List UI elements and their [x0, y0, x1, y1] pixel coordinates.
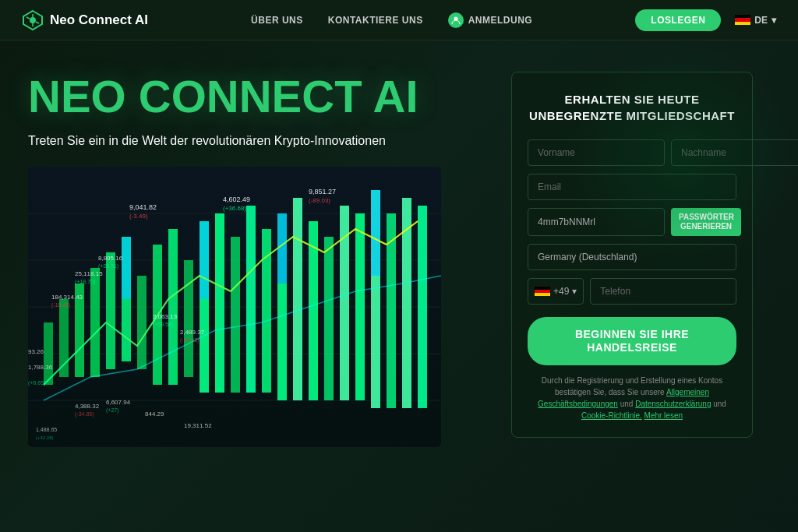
- svg-rect-19: [137, 276, 147, 369]
- svg-text:(+42.28): (+42.28): [36, 435, 54, 440]
- svg-text:(+59.54): (+59.54): [153, 322, 173, 328]
- nav-kontaktiere-uns[interactable]: KONTAKTIERE UNS: [328, 15, 423, 26]
- legal-text: Durch die Registrierung und Erstellung e…: [528, 375, 736, 421]
- svg-text:8,805.16: 8,805.16: [98, 255, 123, 262]
- svg-rect-17: [106, 252, 115, 369]
- email-input[interactable]: [528, 174, 736, 200]
- svg-text:1,788.36: 1,788.36: [28, 364, 53, 371]
- svg-rect-26: [246, 206, 256, 393]
- signup-section: ERHALTEN SIE HEUTE UNBEGRENZTE MITGLIEDS…: [511, 72, 753, 509]
- password-row: PASSWÖRTER GENERIEREN: [528, 208, 736, 236]
- svg-line-5: [36, 22, 39, 23]
- svg-text:4,602.49: 4,602.49: [223, 196, 250, 203]
- start-trading-button[interactable]: BEGINNEN SIE IHRE HANDELSREISE: [528, 317, 736, 365]
- hero-subtitle: Treten Sie ein in die Welt der revolutio…: [28, 134, 480, 148]
- svg-text:93.26: 93.26: [28, 348, 44, 355]
- svg-text:(+27): (+27): [106, 407, 119, 414]
- chevron-down-icon: ▾: [772, 15, 776, 26]
- svg-line-4: [26, 17, 30, 19]
- nav-anmeldung[interactable]: ANMELDUNG: [448, 12, 533, 28]
- svg-text:(-3.49): (-3.49): [129, 213, 148, 220]
- svg-text:6,607.94: 6,607.94: [106, 399, 131, 406]
- nav-right: LOSLEGEN DE ▾: [635, 9, 776, 31]
- svg-text:(-10.49): (-10.49): [51, 302, 71, 308]
- svg-rect-16: [90, 268, 100, 377]
- name-row: [528, 139, 736, 166]
- svg-text:1,488.65: 1,488.65: [36, 427, 57, 432]
- svg-text:9,851.27: 9,851.27: [309, 188, 336, 196]
- svg-rect-41: [371, 190, 380, 276]
- svg-rect-13: [44, 322, 53, 385]
- hero-left: NEO CONNECT AI Treten Sie ein in die Wel…: [28, 72, 480, 509]
- svg-rect-40: [277, 213, 287, 284]
- generate-password-button[interactable]: PASSWÖRTER GENERIEREN: [671, 208, 741, 236]
- nav-uber-uns[interactable]: ÜBER UNS: [251, 15, 303, 26]
- flag-germany: [735, 15, 750, 25]
- chart-svg: 9,041.82 (-3.49) 4,602.49 (+36.68) 9,851…: [28, 167, 441, 447]
- svg-rect-25: [231, 237, 240, 393]
- cookie-link[interactable]: Cookie-Richtlinie.: [581, 411, 642, 420]
- svg-rect-29: [293, 198, 302, 400]
- svg-rect-21: [168, 229, 178, 385]
- hero-chart-image: 9,041.82 (-3.49) 4,602.49 (+36.68) 9,851…: [28, 167, 441, 447]
- svg-text:(+20.51): (+20.51): [98, 263, 118, 270]
- chevron-down-icon: ▾: [572, 286, 577, 297]
- svg-rect-24: [215, 213, 224, 393]
- signup-title: ERHALTEN SIE HEUTE UNBEGRENZTE MITGLIEDS…: [528, 91, 736, 124]
- flag-phone: [535, 287, 550, 297]
- logo-icon: [22, 9, 44, 31]
- country-input[interactable]: [528, 244, 736, 270]
- phone-prefix-selector[interactable]: +49 ▾: [528, 278, 584, 305]
- svg-rect-31: [324, 237, 334, 400]
- svg-rect-22: [184, 260, 193, 377]
- logo[interactable]: Neo Connect AI: [22, 9, 148, 31]
- navbar: Neo Connect AI ÜBER UNS KONTAKTIERE UNS …: [0, 0, 798, 41]
- svg-text:4,388.32: 4,388.32: [75, 403, 100, 410]
- language-selector[interactable]: DE ▾: [735, 15, 776, 26]
- svg-text:(-34.85): (-34.85): [75, 411, 94, 417]
- user-icon: [448, 12, 464, 28]
- hero-section: NEO CONNECT AI Treten Sie ein in die Wel…: [0, 41, 798, 532]
- svg-rect-33: [355, 213, 365, 400]
- svg-text:(+36.68): (+36.68): [223, 205, 246, 212]
- datenschutz-link[interactable]: Datenschutzerklärung: [635, 400, 711, 408]
- loslegen-button[interactable]: LOSLEGEN: [635, 9, 721, 31]
- svg-text:25,118.15: 25,118.15: [75, 270, 103, 277]
- svg-rect-37: [418, 206, 427, 408]
- svg-text:844.29: 844.29: [145, 410, 164, 417]
- lastname-input[interactable]: [671, 139, 798, 166]
- password-input[interactable]: [528, 208, 665, 236]
- signup-box: ERHALTEN SIE HEUTE UNBEGRENZTE MITGLIEDS…: [511, 72, 753, 438]
- phone-input[interactable]: [590, 278, 736, 305]
- phone-row: +49 ▾: [528, 278, 736, 305]
- svg-text:(+6.65): (+6.65): [28, 380, 45, 386]
- firstname-input[interactable]: [528, 139, 665, 166]
- hero-title: NEO CONNECT AI: [28, 72, 480, 122]
- svg-text:184,314.43: 184,314.43: [51, 294, 83, 301]
- svg-text:2,489.37: 2,489.37: [180, 329, 205, 336]
- nav-links: ÜBER UNS KONTAKTIERE UNS ANMELDUNG: [251, 12, 532, 28]
- svg-text:9,041.82: 9,041.82: [129, 203, 157, 211]
- mehr-lesen-link[interactable]: Mehr lesen: [644, 411, 683, 420]
- svg-rect-39: [200, 221, 209, 299]
- chart-background: 9,041.82 (-3.49) 4,602.49 (+36.68) 9,851…: [28, 167, 441, 447]
- svg-point-1: [30, 17, 36, 23]
- svg-text:(+18.70): (+18.70): [75, 279, 95, 285]
- svg-text:19,311.52: 19,311.52: [184, 422, 212, 429]
- svg-rect-38: [122, 237, 131, 299]
- svg-text:(-89.03): (-89.03): [309, 197, 330, 204]
